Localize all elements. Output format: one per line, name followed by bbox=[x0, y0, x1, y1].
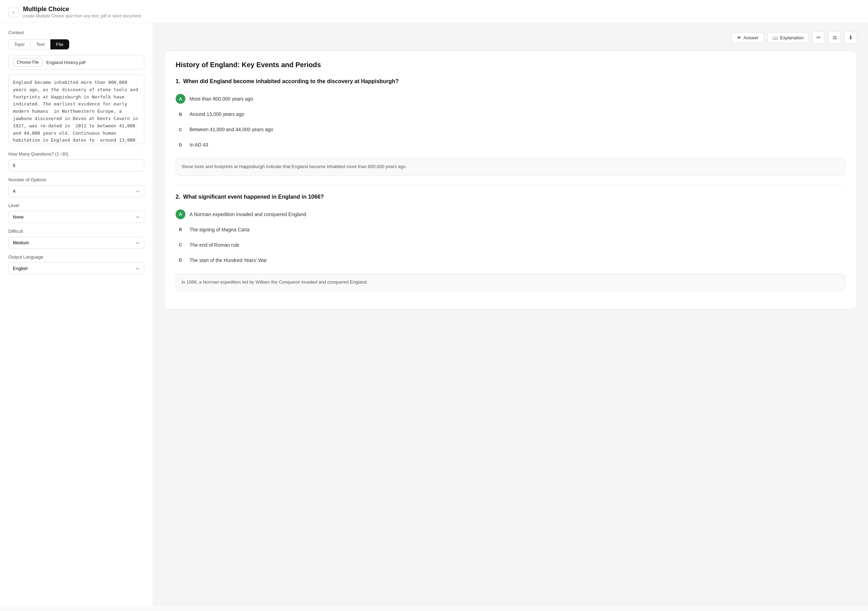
tab-file[interactable]: File bbox=[50, 39, 69, 50]
options-select[interactable]: 4 2 3 5 bbox=[8, 185, 144, 197]
option-d-letter: D bbox=[176, 140, 185, 149]
copy-icon: ⧉ bbox=[833, 34, 837, 41]
q2-option-a-letter: A bbox=[176, 210, 185, 219]
content-toolbar: 👁 Answer 📖 Explanation ✏ ⧉ ⬇ bbox=[164, 31, 857, 44]
level-label: Level bbox=[8, 203, 144, 208]
main-layout: Context Topic Text File Choose File Engl… bbox=[0, 23, 868, 606]
book-icon: 📖 bbox=[772, 35, 778, 40]
q2-option-b-text: The signing of Magna Carta bbox=[189, 227, 250, 232]
questions-input[interactable] bbox=[8, 159, 144, 171]
difficult-select[interactable]: Easy Medium Hard bbox=[8, 236, 144, 249]
option-a-text: More than 800,000 years ago bbox=[189, 96, 253, 102]
question-2-explanation: In 1066, a Norman expedition led by Will… bbox=[176, 274, 845, 291]
download-button[interactable]: ⬇ bbox=[844, 31, 857, 44]
edit-button[interactable]: ✏ bbox=[812, 31, 825, 44]
question-2-block: 2. What significant event happened in En… bbox=[176, 193, 845, 291]
question-1-header: 1. When did England become inhabited acc… bbox=[176, 77, 845, 86]
back-icon: ‹ bbox=[13, 9, 15, 15]
text-content-area[interactable] bbox=[8, 75, 144, 144]
q2-option-d-text: The start of the Hundred Years' War bbox=[189, 258, 267, 263]
list-item: D In AD 43 bbox=[176, 137, 845, 152]
question-1-explanation: Stone tools and footprints at Happisburg… bbox=[176, 158, 845, 176]
answer-label: Answer bbox=[744, 35, 758, 40]
explanation-label: Explanation bbox=[780, 35, 804, 40]
option-a-letter: A bbox=[176, 94, 185, 104]
question-1-options: A More than 800,000 years ago B Around 1… bbox=[176, 91, 845, 152]
back-button[interactable]: ‹ bbox=[8, 7, 19, 17]
eye-icon: 👁 bbox=[737, 35, 741, 40]
q2-option-d-letter: D bbox=[176, 255, 185, 265]
download-icon: ⬇ bbox=[848, 34, 853, 41]
question-2-header: 2. What significant event happened in En… bbox=[176, 193, 845, 201]
level-select[interactable]: None Beginner Intermediate Advanced bbox=[8, 211, 144, 223]
language-select[interactable]: English Spanish French German Chinese Ja… bbox=[8, 262, 144, 275]
content-area: 👁 Answer 📖 Explanation ✏ ⧉ ⬇ History of … bbox=[153, 23, 868, 606]
list-item: B Around 13,000 years ago bbox=[176, 106, 845, 122]
option-b-text: Around 13,000 years ago bbox=[189, 111, 244, 117]
list-item: A A Norman expedition invaded and conque… bbox=[176, 207, 845, 222]
quiz-card: History of England: Key Events and Perio… bbox=[164, 51, 857, 310]
question-1-text: When did England become inhabited accord… bbox=[183, 78, 399, 84]
q2-option-c-letter: C bbox=[176, 240, 185, 250]
tab-text[interactable]: Text bbox=[31, 39, 50, 50]
tab-group: Topic Text File bbox=[8, 39, 144, 50]
option-c-letter: C bbox=[176, 124, 185, 134]
list-item: C Between 41,000 and 44,000 years ago bbox=[176, 122, 845, 137]
copy-button[interactable]: ⧉ bbox=[828, 31, 841, 44]
filename-label: England History.pdf bbox=[46, 60, 85, 65]
difficult-label: Difficult bbox=[8, 229, 144, 234]
file-input-row: Choose File England History.pdf bbox=[8, 55, 144, 70]
question-2-options: A A Norman expedition invaded and conque… bbox=[176, 207, 845, 268]
app-header: ‹ Multiple Choice create Multiple Choice… bbox=[0, 0, 868, 23]
tab-topic[interactable]: Topic bbox=[8, 39, 31, 50]
app-subtitle: create Multiple Choice quiz from any tex… bbox=[23, 14, 141, 19]
list-item: D The start of the Hundred Years' War bbox=[176, 253, 845, 268]
context-label: Context bbox=[8, 30, 144, 35]
language-label: Output Language bbox=[8, 254, 144, 260]
app-title-block: Multiple Choice create Multiple Choice q… bbox=[23, 6, 141, 19]
q2-option-c-text: The end of Roman rule bbox=[189, 242, 239, 248]
question-2-number: 2. bbox=[176, 194, 180, 200]
explanation-button[interactable]: 📖 Explanation bbox=[767, 33, 809, 43]
list-item: A More than 800,000 years ago bbox=[176, 91, 845, 106]
sidebar: Context Topic Text File Choose File Engl… bbox=[0, 23, 153, 606]
question-2-text: What significant event happened in Engla… bbox=[183, 194, 324, 200]
option-b-letter: B bbox=[176, 109, 185, 119]
list-item: B The signing of Magna Carta bbox=[176, 222, 845, 237]
app-title: Multiple Choice bbox=[23, 6, 141, 13]
question-1-block: 1. When did England become inhabited acc… bbox=[176, 77, 845, 176]
question-1-number: 1. bbox=[176, 78, 180, 84]
option-d-text: In AD 43 bbox=[189, 142, 208, 148]
edit-icon: ✏ bbox=[817, 34, 821, 41]
quiz-title: History of England: Key Events and Perio… bbox=[176, 61, 845, 69]
answer-button[interactable]: 👁 Answer bbox=[732, 33, 764, 43]
questions-label: How Many Questions? (1~30) bbox=[8, 151, 144, 157]
options-label: Number of Options bbox=[8, 177, 144, 182]
list-item: C The end of Roman rule bbox=[176, 237, 845, 253]
q2-option-a-text: A Norman expedition invaded and conquere… bbox=[189, 211, 306, 217]
option-c-text: Between 41,000 and 44,000 years ago bbox=[189, 127, 273, 132]
q2-option-b-letter: B bbox=[176, 225, 185, 235]
choose-file-button[interactable]: Choose File bbox=[13, 58, 43, 67]
